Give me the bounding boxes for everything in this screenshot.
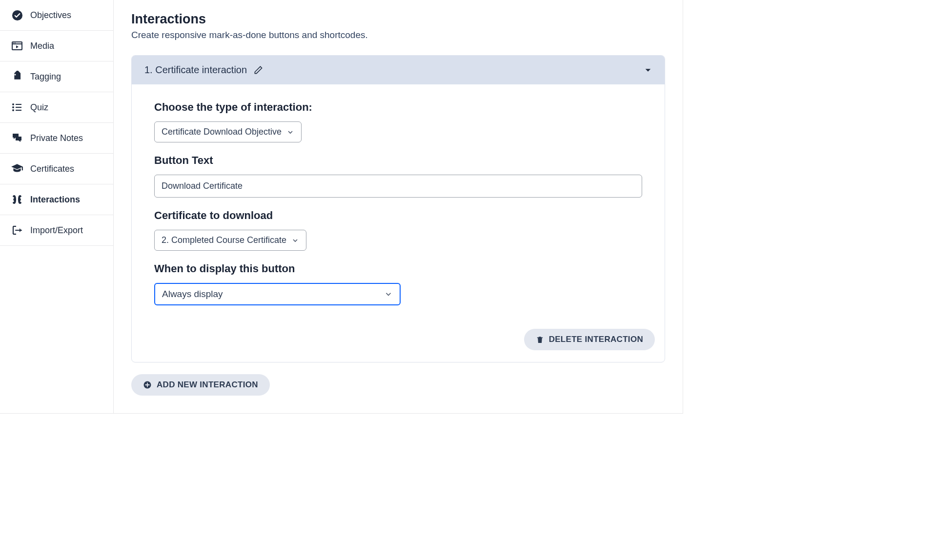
trash-icon — [536, 336, 544, 344]
interactions-icon — [11, 193, 23, 206]
svg-point-9 — [13, 107, 14, 108]
card-title: 1. Certificate interaction — [144, 64, 247, 76]
svg-point-8 — [13, 104, 14, 105]
sidebar: Objectives Media Tagging Quiz Private No — [0, 0, 114, 413]
interaction-card: 1. Certificate interaction Choose the ty… — [131, 55, 665, 362]
page-title: Interactions — [131, 12, 665, 27]
media-icon — [11, 40, 23, 52]
sidebar-item-interactions[interactable]: Interactions — [0, 184, 113, 215]
button-label: DELETE INTERACTION — [549, 335, 643, 344]
sidebar-item-label: Private Notes — [30, 133, 83, 143]
pencil-icon[interactable] — [253, 65, 263, 76]
button-label: ADD NEW INTERACTION — [157, 380, 258, 390]
add-new-interaction-button[interactable]: ADD NEW INTERACTION — [131, 374, 270, 396]
certificate-select[interactable]: 2. Completed Course Certificate — [154, 230, 306, 251]
chevron-down-icon — [291, 237, 299, 244]
sidebar-item-label: Quiz — [30, 102, 48, 113]
sidebar-item-label: Interactions — [30, 195, 80, 205]
display-when-select[interactable]: Always display — [154, 283, 401, 305]
plus-circle-icon — [143, 380, 152, 389]
sidebar-item-label: Certificates — [30, 164, 74, 174]
sidebar-item-label: Import/Export — [30, 225, 83, 236]
card-body: Choose the type of interaction: Certific… — [132, 84, 665, 329]
sidebar-item-label: Objectives — [30, 10, 71, 20]
select-value: Always display — [162, 289, 223, 300]
card-header[interactable]: 1. Certificate interaction — [132, 56, 665, 84]
button-text-label: Button Text — [154, 154, 642, 167]
import-export-icon — [11, 224, 23, 237]
main-content: Interactions Create responsive mark-as-d… — [114, 0, 683, 413]
sidebar-item-private-notes[interactable]: Private Notes — [0, 123, 113, 154]
svg-point-10 — [13, 110, 14, 111]
certificate-label: Certificate to download — [154, 209, 642, 222]
graduation-cap-icon — [11, 162, 23, 175]
interaction-type-label: Choose the type of interaction: — [154, 101, 642, 114]
delete-interaction-button[interactable]: DELETE INTERACTION — [524, 329, 655, 350]
button-text-input[interactable] — [154, 175, 642, 198]
sidebar-item-media[interactable]: Media — [0, 31, 113, 61]
chevron-down-icon — [384, 290, 393, 299]
chevron-down-icon[interactable] — [644, 66, 652, 74]
svg-point-3 — [15, 42, 16, 43]
select-value: 2. Completed Course Certificate — [162, 235, 286, 245]
sidebar-item-certificates[interactable]: Certificates — [0, 154, 113, 184]
list-icon — [11, 101, 23, 114]
chat-icon — [11, 132, 23, 144]
select-value: Certificate Download Objective — [162, 127, 282, 137]
sidebar-item-quiz[interactable]: Quiz — [0, 92, 113, 123]
svg-point-4 — [14, 74, 16, 75]
interaction-type-select[interactable]: Certificate Download Objective — [154, 121, 302, 142]
display-when-label: When to display this button — [154, 262, 642, 275]
tag-icon — [11, 70, 23, 83]
svg-point-2 — [13, 42, 14, 43]
sidebar-item-label: Media — [30, 41, 54, 51]
sidebar-item-label: Tagging — [30, 72, 61, 82]
sidebar-item-import-export[interactable]: Import/Export — [0, 215, 113, 246]
page-subtitle: Create responsive mark-as-done buttons a… — [131, 30, 665, 40]
chevron-down-icon — [286, 128, 294, 136]
sidebar-item-tagging[interactable]: Tagging — [0, 61, 113, 92]
check-circle-icon — [11, 9, 23, 21]
sidebar-item-objectives[interactable]: Objectives — [0, 0, 113, 31]
